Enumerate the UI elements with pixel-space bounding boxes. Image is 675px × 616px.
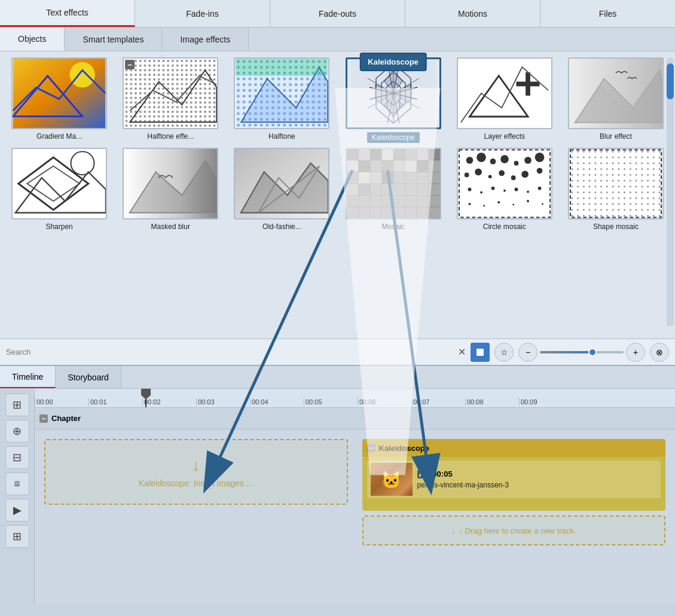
effect-label-masked-blur: Masked blur	[151, 222, 190, 231]
tab-smart-templates[interactable]: Smart templates	[65, 28, 162, 51]
clear-search-button[interactable]: ✕	[458, 346, 466, 358]
kaleidoscope-content: AB 00:05 pexels-vincent-ma-janssen-3	[362, 457, 666, 511]
tab-files[interactable]: Files	[540, 0, 675, 27]
cat-image	[371, 463, 413, 496]
svg-rect-52	[428, 149, 440, 161]
svg-rect-57	[393, 160, 405, 172]
toolbar-btn-grid[interactable]: ⊞	[5, 394, 29, 416]
time-mark-4: 00:04	[250, 398, 304, 406]
top-tabs: Text effects Fade-ins Fade-outs Motions …	[0, 0, 675, 28]
insert-track[interactable]: ↓ Kaleidoscope: Insert images ...	[44, 439, 348, 505]
svg-point-97	[480, 191, 482, 194]
scrollbar-thumb[interactable]	[667, 63, 674, 99]
svg-point-95	[536, 168, 542, 174]
svg-rect-62	[358, 172, 370, 184]
tab-timeline[interactable]: Timeline	[0, 366, 56, 388]
effect-gradient-ma[interactable]: Gradient Ma...	[6, 57, 112, 143]
effect-blur[interactable]: Blur effect	[563, 57, 669, 143]
media-item[interactable]: AB 00:05 pexels-vincent-ma-janssen-3	[367, 461, 661, 498]
zoom-in-button[interactable]: +	[626, 343, 645, 362]
toolbar-btn-add[interactable]: ⊕	[5, 420, 29, 443]
svg-rect-55	[370, 160, 382, 172]
svg-rect-60	[428, 160, 440, 172]
effect-thumb-old-fashion	[234, 148, 329, 219]
effect-label-shape-mosaic: Shape mosaic	[593, 222, 639, 231]
kaleidoscope-track: − Kaleidoscope A	[362, 439, 666, 511]
search-input[interactable]	[6, 347, 453, 356]
media-filename: pexels-vincent-ma-janssen-3	[417, 481, 509, 489]
time-mark-2: 00:02	[142, 398, 196, 406]
effect-thumb-gradient-ma	[11, 57, 107, 129]
kaleidoscope-track-title: Kaleidoscope	[379, 444, 430, 453]
effect-mosaic[interactable]: Mosaic	[340, 148, 447, 231]
svg-point-106	[512, 204, 514, 206]
effect-halftone-effe[interactable]: − Halftone effe...	[117, 57, 224, 143]
time-mark-5: 00:05	[304, 398, 358, 406]
kaleidoscope-track-area: − Kaleidoscope A	[358, 429, 676, 553]
effect-old-fashion[interactable]: Old-fashie...	[228, 148, 335, 231]
insert-track-area: ↓ Kaleidoscope: Insert images ...	[35, 429, 358, 553]
apply-button[interactable]	[471, 343, 490, 362]
effect-thumb-layer-effects	[457, 57, 552, 129]
chapter-collapse-btn[interactable]: −	[39, 414, 48, 423]
effect-label-blur: Blur effect	[600, 132, 632, 141]
tab-storyboard[interactable]: Storyboard	[56, 366, 121, 388]
svg-point-93	[511, 175, 515, 180]
svg-rect-112	[569, 149, 662, 219]
effect-halftone[interactable]: Halftone	[228, 57, 335, 143]
tab-fade-ins[interactable]: Fade-ins	[135, 0, 270, 27]
svg-point-88	[534, 153, 544, 162]
kaleidoscope-collapse-btn[interactable]: −	[367, 444, 375, 452]
effect-shape-mosaic[interactable]: Shape mosaic	[563, 148, 669, 231]
effect-label-kaleidoscope: Kaleidoscope	[367, 132, 420, 143]
effect-label-old-fashion: Old-fashie...	[262, 222, 301, 231]
svg-point-104	[483, 205, 485, 207]
svg-rect-58	[405, 160, 417, 172]
zoom-slider[interactable]	[540, 351, 624, 353]
svg-rect-49	[393, 149, 405, 161]
effect-masked-blur[interactable]: Masked blur	[117, 148, 224, 231]
left-toolbar: ⊞ ⊕ ⊟ ≡ ▶ ⊞	[0, 389, 35, 604]
svg-rect-47	[370, 149, 382, 161]
svg-rect-54	[358, 160, 370, 172]
tab-motions[interactable]: Motions	[405, 0, 540, 27]
effects-area: Gradient Ma... −	[0, 51, 675, 339]
settings-button[interactable]: ⊗	[650, 343, 669, 362]
svg-point-105	[497, 201, 500, 203]
effect-thumb-blur	[568, 57, 664, 129]
svg-point-85	[500, 155, 509, 163]
svg-rect-113	[477, 349, 484, 356]
svg-rect-51	[417, 149, 429, 161]
media-time: AB 00:05	[417, 469, 509, 478]
effect-thumb-kaleidoscope	[346, 57, 441, 129]
svg-point-101	[527, 191, 529, 193]
scrollbar-track	[667, 57, 674, 327]
tracks-area: 00:00 00:01 00:02 00:03 00:04 00:05 00:0…	[35, 389, 675, 604]
tab-text-effects[interactable]: Text effects	[0, 0, 135, 27]
effect-circle-mosaic[interactable]: Circle mosaic	[451, 148, 558, 231]
toolbar-btn-play[interactable]: ▶	[5, 499, 29, 522]
tab-objects[interactable]: Objects	[0, 28, 65, 51]
effect-sharpen[interactable]: Sharpen	[6, 148, 112, 231]
zoom-out-button[interactable]: −	[518, 343, 537, 362]
toolbar-btn-lock[interactable]: ⊞	[5, 525, 29, 548]
effect-kaleidoscope[interactable]: Kaleidoscope	[340, 57, 447, 143]
toolbar-btn-filter[interactable]: ≡	[5, 472, 29, 495]
svg-rect-56	[381, 160, 393, 172]
chapter-label: Chapter	[51, 414, 81, 423]
svg-rect-48	[381, 149, 393, 161]
svg-rect-53	[347, 160, 359, 172]
svg-point-107	[527, 200, 529, 202]
effect-label-sharpen: Sharpen	[45, 222, 72, 231]
tab-fade-outs[interactable]: Fade-outs	[270, 0, 405, 27]
svg-point-96	[468, 188, 471, 191]
svg-rect-63	[370, 172, 382, 184]
effect-layer-effects[interactable]: Layer effects	[451, 57, 558, 143]
toolbar-btn-link[interactable]: ⊟	[5, 446, 29, 469]
svg-point-87	[524, 157, 532, 164]
effect-label-gradient-ma: Gradient Ma...	[36, 132, 82, 141]
tab-image-effects[interactable]: Image effects	[162, 28, 249, 51]
favorite-button[interactable]: ☆	[494, 343, 514, 362]
kaleidoscope-header: − Kaleidoscope	[362, 439, 666, 457]
time-mark-9: 00:09	[519, 398, 573, 406]
